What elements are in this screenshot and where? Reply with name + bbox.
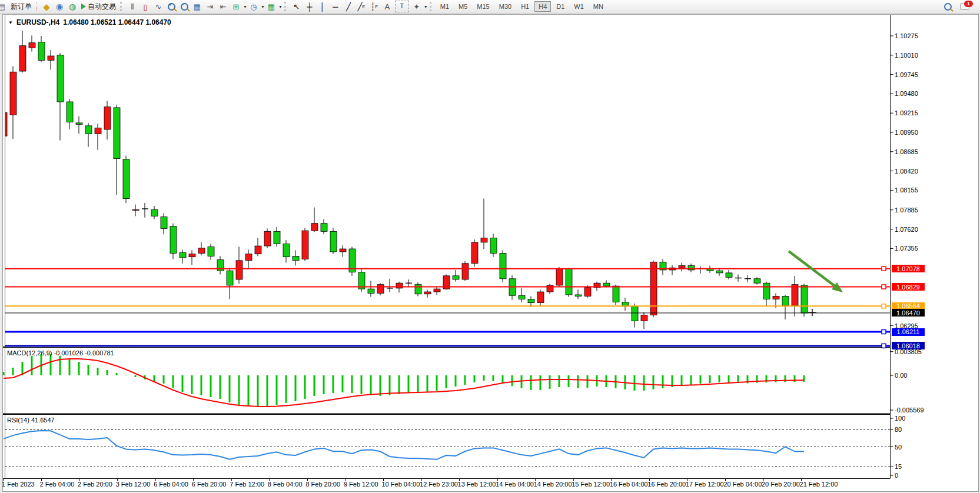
- toolbar-grip: [120, 2, 124, 11]
- separator: [36, 2, 38, 11]
- notification-badge: 1: [964, 1, 973, 7]
- arrows-icon[interactable]: ✦: [411, 1, 422, 12]
- shift-chart-icon[interactable]: ⇥: [205, 1, 215, 12]
- hline-handle[interactable]: [882, 267, 886, 271]
- bar-chart-icon[interactable]: ⫴: [127, 1, 138, 12]
- timeframe-group: M1M5M15M30H1H4D1W1MN: [436, 1, 608, 12]
- toolbar-grip: [430, 2, 434, 11]
- hline-handle[interactable]: [882, 344, 886, 348]
- auto-trading-button[interactable]: 自动交易: [79, 1, 118, 12]
- new-order-grid-icon[interactable]: ▤: [0, 1, 7, 12]
- timeframe-button-M15[interactable]: M15: [473, 1, 493, 12]
- cursor-icon[interactable]: ↖: [291, 1, 302, 12]
- zoom-in-icon[interactable]: +: [166, 1, 177, 12]
- text-label-icon[interactable]: T: [395, 1, 409, 12]
- horizontal-line-icon[interactable]: ─: [330, 1, 341, 12]
- equidistant-channel-icon[interactable]: ╱E: [356, 1, 367, 12]
- crosshair-icon[interactable]: ┼: [304, 1, 315, 12]
- gold-diamond-icon[interactable]: ◆: [41, 1, 52, 12]
- line-chart-icon[interactable]: ∿: [153, 1, 164, 12]
- chevron-down-icon[interactable]: ▼: [278, 5, 283, 9]
- timeframe-button-W1[interactable]: W1: [570, 1, 588, 12]
- macd-signal-line: [4, 359, 804, 407]
- signals-icon[interactable]: ◍: [67, 1, 78, 12]
- chevron-down-icon[interactable]: ▼: [261, 5, 265, 9]
- chat-icon[interactable]: 1: [960, 3, 969, 10]
- new-order-label: 新订单: [11, 2, 32, 12]
- new-order-button[interactable]: 新订单: [8, 1, 34, 12]
- tile-windows-icon[interactable]: ▦: [192, 1, 202, 12]
- timeframe-button-M30[interactable]: M30: [495, 1, 516, 12]
- chart-tools-group: ⫴▯∿+−▦⇥⇤⊞▼◷▼▦▼: [126, 1, 283, 12]
- auto-trading-play-icon: [81, 4, 86, 9]
- timeframe-button-H1[interactable]: H1: [517, 1, 533, 12]
- auto-trading-label: 自动交易: [88, 2, 116, 12]
- toolbar-grip: [284, 2, 288, 11]
- timeframe-button-H4[interactable]: H4: [534, 1, 551, 12]
- chart-canvas[interactable]: [0, 0, 980, 493]
- timeframe-button-M1[interactable]: M1: [436, 1, 453, 12]
- publisher-icon[interactable]: ◉: [54, 1, 65, 12]
- search-icon[interactable]: [944, 3, 952, 11]
- vertical-line-icon[interactable]: │: [317, 1, 328, 12]
- chevron-down-icon[interactable]: ▼: [424, 5, 428, 9]
- chevron-down-icon[interactable]: ▼: [243, 5, 247, 9]
- fibonacci-icon[interactable]: ┆F: [369, 1, 380, 12]
- trendline-icon[interactable]: ╱: [343, 1, 354, 12]
- timeframe-button-D1[interactable]: D1: [552, 1, 569, 12]
- toolbar: ▤ 新订单 ◆ ◉ ◍ 自动交易 ⫴▯∿+−▦⇥⇤⊞▼◷▼▦▼ ↖┼│─╱╱E┆…: [0, 0, 980, 14]
- zoom-out-icon[interactable]: −: [179, 1, 190, 12]
- candles-group[interactable]: [1, 31, 808, 329]
- timeframe-button-M5[interactable]: M5: [454, 1, 471, 12]
- candlestick-chart-icon[interactable]: ▯: [140, 1, 151, 12]
- hline-handle[interactable]: [882, 304, 886, 308]
- hline-handle[interactable]: [882, 285, 886, 289]
- auto-scroll-icon[interactable]: ⇤: [218, 1, 228, 12]
- new-chart-icon[interactable]: ⊞: [231, 1, 241, 12]
- template-icon[interactable]: ▦: [266, 1, 277, 12]
- draw-tools-group: ↖┼│─╱╱E┆FAT✦▼: [290, 1, 428, 12]
- rsi-line: [4, 431, 804, 459]
- hline-handle[interactable]: [882, 330, 886, 334]
- text-icon[interactable]: A: [382, 1, 393, 12]
- timeframe-button-MN[interactable]: MN: [589, 1, 607, 12]
- periods-clock-icon[interactable]: ◷: [248, 1, 259, 12]
